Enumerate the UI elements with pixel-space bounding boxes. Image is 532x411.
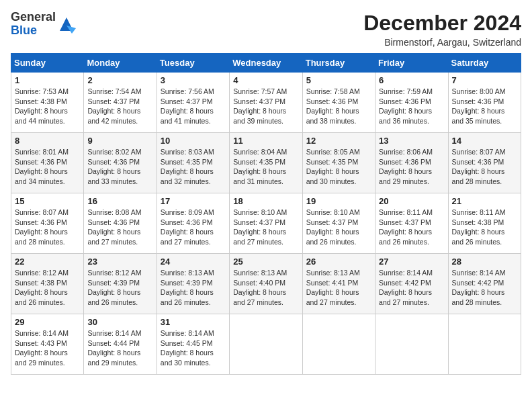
day-number: 21 (452, 196, 517, 206)
calendar-cell: 20 Sunrise: 8:11 AMSunset: 4:37 PMDaylig… (375, 193, 448, 254)
calendar-cell: 30 Sunrise: 8:14 AMSunset: 4:44 PMDaylig… (84, 314, 157, 375)
day-info: Sunrise: 8:08 AMSunset: 4:36 PMDaylight:… (87, 208, 141, 246)
calendar-cell: 19 Sunrise: 8:10 AMSunset: 4:37 PMDaylig… (302, 193, 375, 254)
title-block: December 2024 Birmenstorf, Aargau, Switz… (363, 11, 521, 48)
calendar-week-4: 22 Sunrise: 8:12 AMSunset: 4:38 PMDaylig… (11, 254, 521, 314)
logo: General Blue (11, 11, 76, 38)
day-info: Sunrise: 8:13 AMSunset: 4:40 PMDaylight:… (233, 269, 287, 306)
day-number: 22 (15, 257, 80, 267)
calendar-cell: 6 Sunrise: 7:59 AMSunset: 4:36 PMDayligh… (375, 73, 448, 133)
calendar-cell: 4 Sunrise: 7:57 AMSunset: 4:37 PMDayligh… (230, 73, 302, 133)
calendar-cell: 3 Sunrise: 7:56 AMSunset: 4:37 PMDayligh… (157, 73, 229, 133)
day-info: Sunrise: 7:54 AMSunset: 4:37 PMDaylight:… (87, 87, 141, 125)
day-info: Sunrise: 8:01 AMSunset: 4:36 PMDaylight:… (15, 148, 69, 185)
day-number: 6 (379, 75, 444, 85)
day-number: 29 (15, 317, 80, 327)
calendar-cell: 28 Sunrise: 8:14 AMSunset: 4:42 PMDaylig… (448, 254, 521, 314)
day-info: Sunrise: 8:11 AMSunset: 4:37 PMDaylight:… (379, 208, 433, 246)
calendar-cell: 21 Sunrise: 8:11 AMSunset: 4:38 PMDaylig… (448, 193, 521, 254)
day-info: Sunrise: 7:53 AMSunset: 4:38 PMDaylight:… (15, 87, 69, 125)
calendar-table: SundayMondayTuesdayWednesdayThursdayFrid… (11, 53, 521, 375)
calendar-week-2: 8 Sunrise: 8:01 AMSunset: 4:36 PMDayligh… (11, 133, 521, 193)
calendar-cell: 22 Sunrise: 8:12 AMSunset: 4:38 PMDaylig… (11, 254, 84, 314)
day-info: Sunrise: 7:56 AMSunset: 4:37 PMDaylight:… (161, 87, 214, 125)
day-number: 1 (15, 75, 80, 85)
day-header-thursday: Thursday (302, 54, 375, 73)
day-header-wednesday: Wednesday (230, 54, 302, 73)
calendar-cell: 25 Sunrise: 8:13 AMSunset: 4:40 PMDaylig… (230, 254, 302, 314)
day-number: 13 (379, 136, 444, 146)
day-info: Sunrise: 8:11 AMSunset: 4:38 PMDaylight:… (452, 208, 506, 246)
day-info: Sunrise: 8:12 AMSunset: 4:38 PMDaylight:… (15, 269, 69, 306)
day-info: Sunrise: 8:00 AMSunset: 4:36 PMDaylight:… (452, 87, 506, 125)
day-info: Sunrise: 8:07 AMSunset: 4:36 PMDaylight:… (15, 208, 69, 246)
day-info: Sunrise: 8:14 AMSunset: 4:42 PMDaylight:… (452, 269, 506, 306)
day-number: 31 (161, 317, 226, 327)
calendar-cell: 16 Sunrise: 8:08 AMSunset: 4:36 PMDaylig… (84, 193, 157, 254)
calendar-cell: 7 Sunrise: 8:00 AMSunset: 4:36 PMDayligh… (448, 73, 521, 133)
location-text: Birmenstorf, Aargau, Switzerland (363, 37, 521, 48)
day-info: Sunrise: 8:09 AMSunset: 4:36 PMDaylight:… (161, 208, 214, 246)
day-info: Sunrise: 8:10 AMSunset: 4:37 PMDaylight:… (306, 208, 360, 246)
day-info: Sunrise: 8:14 AMSunset: 4:42 PMDaylight:… (379, 269, 433, 306)
day-info: Sunrise: 7:58 AMSunset: 4:36 PMDaylight:… (306, 87, 360, 125)
calendar-cell: 2 Sunrise: 7:54 AMSunset: 4:37 PMDayligh… (84, 73, 157, 133)
day-number: 14 (452, 136, 517, 146)
month-title: December 2024 (363, 11, 521, 36)
day-number: 26 (306, 257, 371, 267)
calendar-cell: 29 Sunrise: 8:14 AMSunset: 4:43 PMDaylig… (11, 314, 84, 375)
calendar-cell: 26 Sunrise: 8:13 AMSunset: 4:41 PMDaylig… (302, 254, 375, 314)
day-info: Sunrise: 8:03 AMSunset: 4:35 PMDaylight:… (161, 148, 214, 185)
day-number: 19 (306, 196, 371, 206)
day-info: Sunrise: 8:06 AMSunset: 4:36 PMDaylight:… (379, 148, 433, 185)
day-number: 16 (87, 196, 152, 206)
calendar-cell: 15 Sunrise: 8:07 AMSunset: 4:36 PMDaylig… (11, 193, 84, 254)
calendar-cell: 8 Sunrise: 8:01 AMSunset: 4:36 PMDayligh… (11, 133, 84, 193)
day-info: Sunrise: 8:04 AMSunset: 4:35 PMDaylight:… (233, 148, 287, 185)
day-info: Sunrise: 8:10 AMSunset: 4:37 PMDaylight:… (233, 208, 287, 246)
logo-icon (57, 15, 76, 34)
day-info: Sunrise: 8:07 AMSunset: 4:36 PMDaylight:… (452, 148, 506, 185)
day-info: Sunrise: 8:13 AMSunset: 4:41 PMDaylight:… (306, 269, 360, 306)
day-number: 3 (161, 75, 226, 85)
calendar-cell (302, 314, 375, 375)
day-number: 20 (379, 196, 444, 206)
day-number: 15 (15, 196, 80, 206)
calendar-cell: 23 Sunrise: 8:12 AMSunset: 4:39 PMDaylig… (84, 254, 157, 314)
day-header-sunday: Sunday (11, 54, 84, 73)
day-header-monday: Monday (84, 54, 157, 73)
logo-blue-text: Blue (11, 24, 37, 37)
day-header-saturday: Saturday (448, 54, 521, 73)
day-number: 17 (161, 196, 226, 206)
calendar-cell: 14 Sunrise: 8:07 AMSunset: 4:36 PMDaylig… (448, 133, 521, 193)
day-info: Sunrise: 7:59 AMSunset: 4:36 PMDaylight:… (379, 87, 433, 125)
calendar-cell: 12 Sunrise: 8:05 AMSunset: 4:35 PMDaylig… (302, 133, 375, 193)
calendar-week-5: 29 Sunrise: 8:14 AMSunset: 4:43 PMDaylig… (11, 314, 521, 375)
calendar-cell: 31 Sunrise: 8:14 AMSunset: 4:45 PMDaylig… (157, 314, 229, 375)
calendar-week-3: 15 Sunrise: 8:07 AMSunset: 4:36 PMDaylig… (11, 193, 521, 254)
day-number: 2 (87, 75, 152, 85)
calendar-cell: 5 Sunrise: 7:58 AMSunset: 4:36 PMDayligh… (302, 73, 375, 133)
day-header-tuesday: Tuesday (157, 54, 229, 73)
day-info: Sunrise: 8:02 AMSunset: 4:36 PMDaylight:… (87, 148, 141, 185)
calendar-cell (375, 314, 448, 375)
calendar-cell: 18 Sunrise: 8:10 AMSunset: 4:37 PMDaylig… (230, 193, 302, 254)
day-info: Sunrise: 8:13 AMSunset: 4:39 PMDaylight:… (161, 269, 214, 306)
calendar-cell (448, 314, 521, 375)
day-number: 7 (452, 75, 517, 85)
logo-general-text: General (11, 10, 56, 24)
day-number: 18 (233, 196, 298, 206)
page-header: General Blue December 2024 Birmenstorf, … (11, 11, 521, 48)
calendar-cell: 27 Sunrise: 8:14 AMSunset: 4:42 PMDaylig… (375, 254, 448, 314)
day-number: 8 (15, 136, 80, 146)
calendar-cell: 1 Sunrise: 7:53 AMSunset: 4:38 PMDayligh… (11, 73, 84, 133)
day-info: Sunrise: 7:57 AMSunset: 4:37 PMDaylight:… (233, 87, 287, 125)
day-number: 4 (233, 75, 298, 85)
calendar-week-1: 1 Sunrise: 7:53 AMSunset: 4:38 PMDayligh… (11, 73, 521, 133)
day-number: 23 (87, 257, 152, 267)
day-number: 25 (233, 257, 298, 267)
day-info: Sunrise: 8:05 AMSunset: 4:35 PMDaylight:… (306, 148, 360, 185)
calendar-cell (230, 314, 302, 375)
calendar-cell: 9 Sunrise: 8:02 AMSunset: 4:36 PMDayligh… (84, 133, 157, 193)
day-number: 24 (161, 257, 226, 267)
